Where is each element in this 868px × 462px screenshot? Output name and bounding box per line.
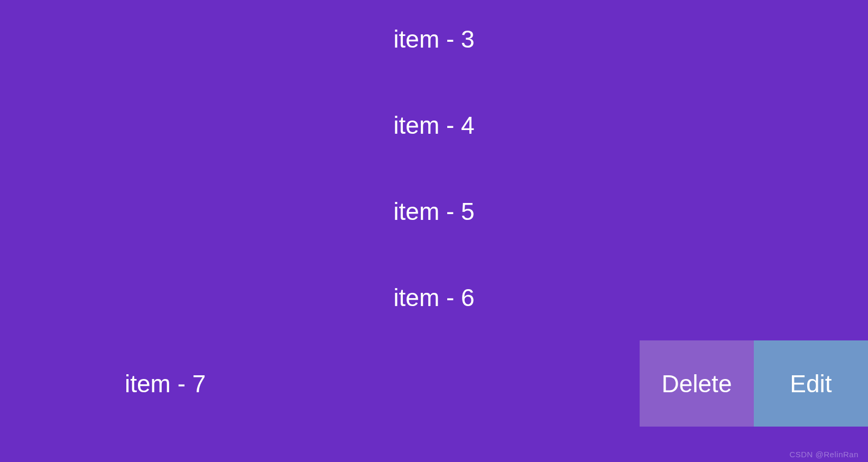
list-item[interactable]: item - 6 [0, 254, 868, 340]
edit-button-label: Edit [790, 369, 832, 398]
swipe-list[interactable]: item - 3 item - 4 item - 5 item - 6 item… [0, 0, 868, 462]
watermark: CSDN @RelinRan [789, 450, 858, 459]
list-item-label: item - 5 [393, 197, 474, 226]
delete-button-label: Delete [662, 369, 732, 398]
list-item-label: item - 7 [125, 369, 206, 398]
list-item-label: item - 4 [393, 111, 474, 140]
delete-button[interactable]: Delete [640, 340, 754, 427]
list-item-label: item - 6 [393, 283, 474, 312]
list-item[interactable]: item - 5 [0, 168, 868, 254]
list-item[interactable]: item - 3 [0, 0, 868, 82]
edit-button[interactable]: Edit [754, 340, 868, 427]
swipe-action-panel: Delete Edit [640, 340, 868, 427]
list-item-label: item - 3 [393, 25, 474, 53]
list-item[interactable]: item - 4 [0, 82, 868, 168]
